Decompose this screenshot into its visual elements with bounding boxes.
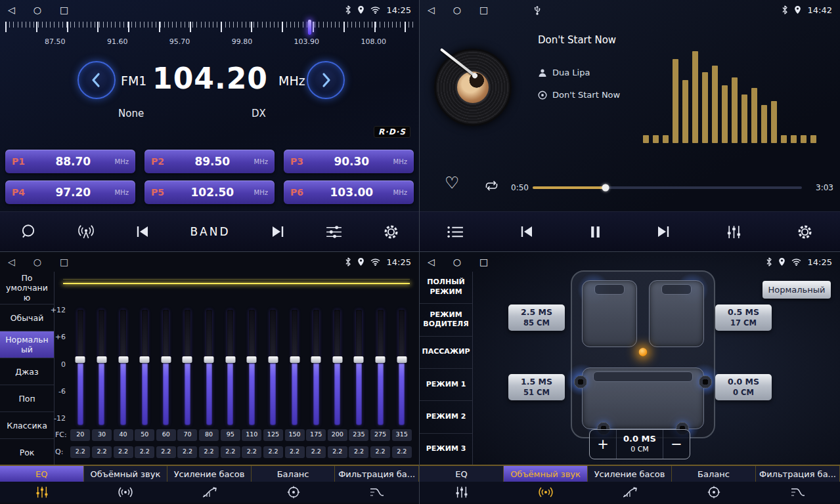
eq-preset-item[interactable]: Джаз — [0, 358, 54, 385]
eq-slider-handle[interactable] — [76, 356, 85, 363]
track-list-button[interactable] — [447, 225, 464, 239]
eq-band-slider[interactable] — [156, 310, 177, 425]
nav-recents-icon[interactable]: □ — [60, 257, 68, 266]
bass-boost-icon[interactable] — [588, 482, 672, 503]
tab-filter[interactable]: Фильтрация ба... — [335, 466, 419, 482]
tuner-indicator[interactable] — [308, 20, 311, 35]
bass-boost-icon[interactable] — [167, 482, 252, 503]
delay-increase-button[interactable]: + — [590, 430, 616, 459]
nav-back-icon[interactable]: ◁ — [428, 257, 435, 266]
eq-preset-item[interactable]: Обычай — [0, 304, 54, 331]
nav-back-icon[interactable]: ◁ — [8, 257, 15, 266]
eq-band-slider[interactable] — [91, 310, 113, 425]
speaker-front-left-icon[interactable] — [574, 375, 587, 388]
tab-eq[interactable]: EQ — [420, 466, 504, 482]
eq-slider-handle[interactable] — [118, 356, 128, 363]
eq-slider-handle[interactable] — [140, 356, 150, 363]
delay-front-right[interactable]: 0.5 MS 17 CM — [715, 304, 772, 331]
surround-sound-icon[interactable] — [84, 482, 168, 503]
listening-mode-item[interactable]: ПОЛНЫЙ РЕЖИМ — [420, 272, 472, 304]
eq-preset-item[interactable]: Классика — [0, 412, 54, 439]
tab-surround-sound[interactable]: Объёмный звук — [504, 466, 588, 482]
eq-band-slider[interactable] — [177, 310, 198, 425]
eq-slider-handle[interactable] — [204, 356, 214, 363]
audio-settings-button[interactable] — [325, 224, 343, 240]
eq-slider-handle[interactable] — [161, 356, 171, 363]
surround-preset-button[interactable]: Нормальный — [763, 281, 831, 299]
preset-button-p1[interactable]: P1 88.70 MHz — [5, 150, 135, 173]
band-button[interactable]: BAND — [190, 225, 230, 238]
eq-slider-handle[interactable] — [97, 356, 106, 363]
balance-icon[interactable] — [252, 482, 336, 503]
eq-slider-handle[interactable] — [225, 356, 235, 363]
eq-slider-handle[interactable] — [311, 356, 321, 363]
progress-knob[interactable] — [602, 184, 609, 192]
listening-mode-item[interactable]: ПАССАЖИР — [420, 337, 472, 369]
eq-slider-handle[interactable] — [376, 356, 386, 363]
eq-band-slider[interactable] — [198, 310, 220, 425]
scan-button[interactable] — [20, 223, 37, 240]
filter-icon[interactable] — [335, 482, 419, 503]
delay-rear-right[interactable]: 0.0 MS 0 CM — [715, 374, 772, 400]
nav-home-icon[interactable]: ○ — [33, 257, 41, 266]
nav-recents-icon[interactable]: □ — [479, 5, 488, 14]
nav-home-icon[interactable]: ○ — [453, 5, 461, 14]
preset-button-p6[interactable]: P6 103.00 MHz — [284, 180, 414, 204]
nav-home-icon[interactable]: ○ — [453, 257, 461, 266]
preset-button-p4[interactable]: P4 97.20 MHz — [5, 180, 135, 204]
nav-recents-icon[interactable]: □ — [479, 257, 488, 266]
pause-button[interactable] — [589, 225, 602, 239]
nav-back-icon[interactable]: ◁ — [428, 5, 435, 14]
eq-band-slider[interactable] — [70, 310, 91, 425]
tune-up-button[interactable] — [307, 61, 345, 99]
repeat-button[interactable] — [483, 179, 500, 195]
eq-slider-handle[interactable] — [332, 356, 342, 363]
nav-recents-icon[interactable]: □ — [60, 5, 68, 14]
eq-preset-item[interactable]: Поп — [0, 385, 54, 412]
preset-button-p2[interactable]: P2 89.50 MHz — [144, 150, 275, 173]
eq-slider-handle[interactable] — [183, 356, 192, 363]
eq-faders-icon[interactable] — [0, 482, 84, 503]
tab-filter[interactable]: Фильтрация ба... — [756, 466, 840, 482]
eq-band-slider[interactable] — [391, 310, 412, 425]
preset-button-p3[interactable]: P3 90.30 MHz — [284, 150, 414, 173]
tab-balance[interactable]: Баланс — [252, 466, 336, 482]
settings-button[interactable] — [797, 224, 813, 240]
equalizer-button[interactable] — [726, 224, 742, 240]
eq-preset-item[interactable]: Нормальный — [0, 331, 54, 358]
eq-slider-handle[interactable] — [268, 356, 278, 363]
delay-rear-left[interactable]: 1.5 MS 51 CM — [508, 374, 565, 400]
favorite-button[interactable]: ♡ — [445, 175, 459, 191]
listening-mode-item[interactable]: РЕЖИМ 2 — [420, 401, 472, 433]
progress-bar[interactable] — [533, 186, 802, 189]
eq-slider-handle[interactable] — [290, 356, 299, 363]
eq-preset-item[interactable]: Рок — [0, 439, 54, 466]
frequency-ruler[interactable]: 87.5091.6095.7099.80103.90108.00 — [0, 22, 419, 52]
tab-bass-boost[interactable]: Усиление басов — [167, 466, 252, 482]
listening-mode-item[interactable]: РЕЖИМ 1 — [420, 369, 472, 401]
preset-button-p5[interactable]: P5 102.50 MHz — [144, 180, 275, 204]
nav-home-icon[interactable]: ○ — [33, 5, 41, 14]
delay-decrease-button[interactable]: − — [663, 430, 690, 459]
tab-surround-sound[interactable]: Объёмный звук — [84, 466, 168, 482]
nav-back-icon[interactable]: ◁ — [8, 5, 15, 14]
eq-band-slider[interactable] — [305, 310, 327, 425]
eq-band-slider[interactable] — [219, 310, 241, 425]
eq-slider-handle[interactable] — [247, 356, 257, 363]
listening-position-dot[interactable] — [639, 348, 648, 356]
eq-band-slider[interactable] — [241, 310, 263, 425]
delay-front-left[interactable]: 2.5 MS 85 CM — [508, 304, 565, 331]
filter-icon[interactable] — [756, 482, 840, 503]
tune-down-button[interactable] — [77, 61, 116, 99]
tab-bass-boost[interactable]: Усиление басов — [588, 466, 672, 482]
next-button[interactable] — [270, 225, 286, 238]
previous-button[interactable] — [135, 225, 150, 238]
settings-button[interactable] — [383, 224, 399, 240]
eq-band-slider[interactable] — [284, 310, 305, 425]
surround-sound-icon[interactable] — [504, 482, 588, 503]
eq-slider-handle[interactable] — [397, 356, 407, 363]
album-art[interactable] — [434, 49, 512, 126]
eq-band-slider[interactable] — [263, 310, 284, 425]
previous-track-button[interactable] — [519, 225, 535, 238]
eq-band-slider[interactable] — [348, 310, 370, 425]
